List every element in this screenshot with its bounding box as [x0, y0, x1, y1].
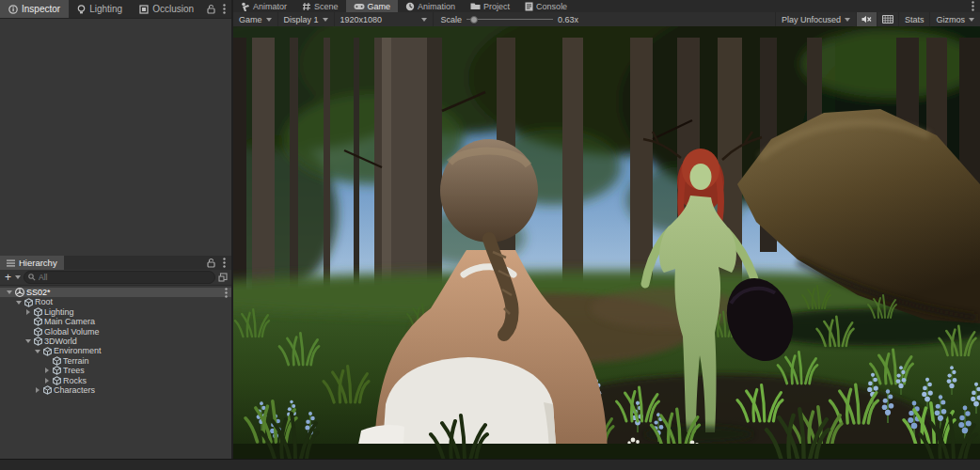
game-viewport[interactable]	[233, 26, 980, 459]
animator-icon	[241, 2, 250, 11]
search-icon	[28, 274, 36, 281]
inspector-tabstrip: InspectorLightingOcclusion	[0, 0, 231, 18]
occlusion-icon	[139, 5, 149, 14]
display-dropdown[interactable]: Display 1	[278, 12, 335, 26]
scale-slider-handle[interactable]	[470, 16, 478, 24]
create-dropdown-caret[interactable]	[15, 275, 21, 279]
inspector-empty-body	[0, 18, 231, 257]
info-icon	[8, 5, 18, 14]
hierarchy-row[interactable]: Root	[0, 297, 231, 306]
hierarchy-row[interactable]: Main Camera	[0, 317, 231, 326]
vsync-grid-button[interactable]	[877, 12, 898, 26]
gameobject-icon	[34, 327, 42, 337]
tab-occlusion[interactable]: Occlusion	[131, 0, 202, 18]
tab-label: Hierarchy	[19, 258, 57, 268]
gameobject-icon	[24, 298, 33, 307]
hierarchy-row[interactable]: Terrain	[0, 356, 231, 366]
hierarchy-row[interactable]: 3DWorld	[0, 337, 231, 346]
lock-icon[interactable]	[207, 258, 215, 268]
hierarchy-row[interactable]: Environment	[0, 346, 231, 355]
inspector-panel: InspectorLightingOcclusion	[0, 0, 231, 256]
foldout-arrow[interactable]	[43, 378, 51, 384]
mute-audio-button[interactable]	[856, 12, 877, 26]
gameobject-icon	[43, 385, 52, 395]
create-object-button[interactable]: +	[4, 273, 12, 282]
hierarchy-row[interactable]: Characters	[0, 385, 231, 395]
tab-animator[interactable]: Animator	[233, 0, 294, 12]
tab-inspector[interactable]: Inspector	[0, 0, 69, 18]
status-bar	[0, 459, 980, 470]
resolution-dropdown[interactable]: 1920x1080	[335, 12, 434, 26]
tab-project[interactable]: Project	[463, 0, 517, 12]
tab-lighting[interactable]: Lighting	[69, 0, 131, 18]
hierarchy-tree: SS02* Root Lighting Main Camera Global V…	[0, 286, 231, 395]
console-icon	[525, 2, 533, 11]
tab-console[interactable]: Console	[517, 0, 575, 12]
foldout-arrow[interactable]	[24, 339, 32, 343]
scene-grid-icon	[302, 2, 311, 11]
gameobject-icon	[43, 347, 52, 356]
lock-icon[interactable]	[207, 4, 215, 14]
scale-label: Scale	[441, 15, 463, 24]
hierarchy-row[interactable]: Lighting	[0, 307, 231, 317]
tab-hierarchy[interactable]: Hierarchy	[0, 256, 64, 270]
game-tabstrip: AnimatorSceneGameAnimationProjectConsole	[233, 0, 980, 12]
hierarchy-tabstrip: Hierarchy	[0, 256, 231, 270]
hierarchy-search-input[interactable]	[39, 273, 211, 282]
scene-asset-icon	[15, 288, 24, 297]
clock-icon	[405, 2, 415, 11]
grid-icon	[882, 15, 893, 24]
tab-animation[interactable]: Animation	[398, 0, 463, 12]
game-render	[233, 26, 980, 459]
gameobject-icon	[53, 356, 61, 366]
foldout-arrow[interactable]	[24, 309, 32, 315]
hierarchy-row[interactable]: Global Volume	[0, 327, 231, 337]
gameobject-icon	[34, 307, 42, 317]
hierarchy-row[interactable]: Rocks	[0, 376, 231, 385]
kebab-menu-icon[interactable]	[972, 1, 974, 11]
hierarchy-toolbar: +	[0, 270, 231, 286]
gameobject-icon	[53, 366, 61, 375]
kebab-menu-icon[interactable]	[223, 258, 226, 268]
tab-game[interactable]: Game	[346, 0, 399, 12]
hierarchy-search	[24, 271, 215, 284]
bulb-icon	[77, 5, 86, 14]
gameobject-icon	[34, 317, 42, 326]
foldout-arrow[interactable]	[34, 387, 41, 393]
play-mode-dropdown[interactable]: Play Unfocused	[775, 12, 856, 26]
kebab-menu-icon[interactable]	[225, 288, 228, 298]
aspect-dropdown[interactable]: Game	[233, 12, 278, 26]
gizmos-dropdown[interactable]: Gizmos	[929, 12, 980, 26]
tab-scene[interactable]: Scene	[294, 0, 346, 12]
scale-value: 0.63x	[558, 15, 578, 24]
stats-button[interactable]: Stats	[898, 12, 930, 26]
folder-icon	[470, 2, 481, 10]
speaker-muted-icon	[861, 15, 872, 24]
window-picker-icon[interactable]	[218, 273, 228, 282]
hierarchy-row[interactable]: SS02*	[0, 288, 231, 297]
hierarchy-panel: Hierarchy + SS02* Root Lighting Main Cam…	[0, 256, 231, 459]
foldout-arrow[interactable]	[34, 350, 41, 353]
foldout-arrow[interactable]	[43, 368, 51, 373]
hierarchy-row[interactable]: Trees	[0, 366, 231, 375]
scale-slider-group: Scale 0.63x	[434, 15, 587, 24]
game-view-toolbar: Game Display 1 1920x1080 Scale 0.63x Pla…	[233, 12, 980, 27]
gamepad-icon	[354, 3, 365, 10]
gameobject-icon	[34, 337, 42, 346]
foldout-arrow[interactable]	[6, 290, 13, 294]
scale-slider-track[interactable]	[466, 19, 553, 20]
kebab-menu-icon[interactable]	[223, 4, 226, 14]
foldout-arrow[interactable]	[15, 301, 23, 305]
gameobject-icon	[53, 376, 61, 385]
hamburger-icon	[7, 259, 15, 267]
